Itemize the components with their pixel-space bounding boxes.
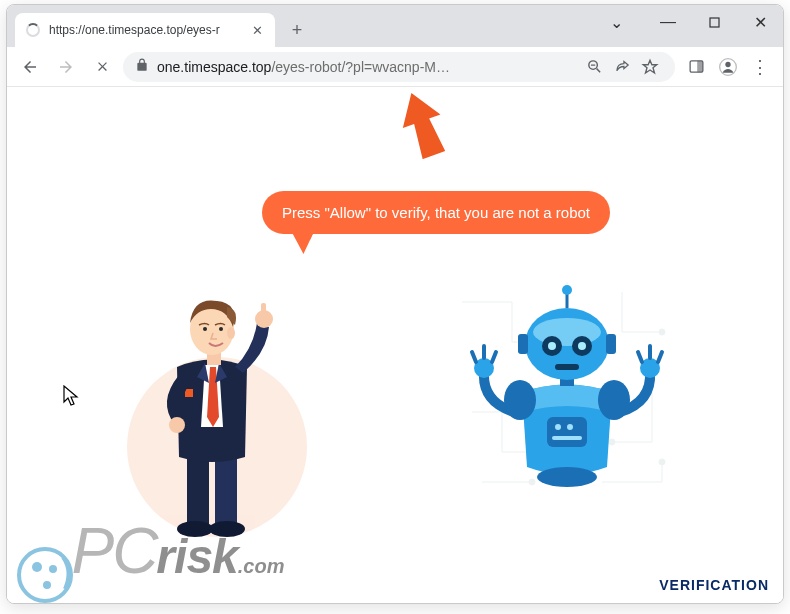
forward-button[interactable] xyxy=(51,52,81,82)
title-bar: https://one.timespace.top/eyes-r ✕ + ⌄ —… xyxy=(7,5,783,47)
tab-search-button[interactable]: ⌄ xyxy=(593,5,639,39)
svg-rect-48 xyxy=(555,364,579,370)
stop-icon xyxy=(95,59,110,74)
bookmark-button[interactable] xyxy=(637,54,663,80)
watermark-com: .com xyxy=(238,555,285,577)
profile-icon xyxy=(718,57,738,77)
svg-point-53 xyxy=(43,581,51,589)
svg-point-30 xyxy=(504,380,536,420)
back-button[interactable] xyxy=(15,52,45,82)
panel-icon xyxy=(688,58,705,75)
svg-rect-32 xyxy=(547,417,587,447)
svg-point-46 xyxy=(548,342,556,350)
maximize-button[interactable] xyxy=(691,5,737,39)
magnifier-icon xyxy=(586,58,603,75)
svg-rect-14 xyxy=(261,303,266,319)
svg-point-17 xyxy=(227,327,235,339)
toolbar: one.timespace.top/eyes-robot/?pl=wvacnp-… xyxy=(7,47,783,87)
svg-point-7 xyxy=(725,61,730,66)
omnibox-actions xyxy=(581,54,663,80)
svg-rect-0 xyxy=(710,18,719,27)
url-host: one.timespace.top xyxy=(157,59,271,75)
star-icon xyxy=(641,58,659,76)
svg-point-43 xyxy=(562,285,572,295)
verification-label: VERIFICATION xyxy=(659,577,769,593)
svg-point-19 xyxy=(219,327,223,331)
lock-icon xyxy=(135,58,149,75)
svg-rect-35 xyxy=(552,436,582,440)
side-panel-button[interactable] xyxy=(681,52,711,82)
url-text: one.timespace.top/eyes-robot/?pl=wvacnp-… xyxy=(157,59,450,75)
annotation-arrow-icon xyxy=(399,91,447,159)
loading-spinner-icon xyxy=(25,22,41,38)
back-arrow-icon xyxy=(21,58,39,76)
tab-close-button[interactable]: ✕ xyxy=(249,22,265,38)
svg-rect-40 xyxy=(518,334,528,354)
stop-reload-button[interactable] xyxy=(87,52,117,82)
watermark-logo-icon xyxy=(17,547,73,603)
svg-point-18 xyxy=(203,327,207,331)
profile-button[interactable] xyxy=(713,52,743,82)
minimize-button[interactable]: — xyxy=(645,5,691,39)
window-close-button[interactable]: ✕ xyxy=(737,5,783,39)
tab-title: https://one.timespace.top/eyes-r xyxy=(49,23,249,37)
svg-rect-5 xyxy=(697,61,703,72)
forward-arrow-icon xyxy=(57,58,75,76)
new-tab-button[interactable]: + xyxy=(283,16,311,44)
svg-point-10 xyxy=(177,521,213,537)
svg-point-11 xyxy=(209,521,245,537)
address-bar[interactable]: one.timespace.top/eyes-robot/?pl=wvacnp-… xyxy=(123,52,675,82)
svg-point-51 xyxy=(32,562,42,572)
window-controls: ⌄ — ✕ xyxy=(593,5,783,39)
svg-point-50 xyxy=(19,549,71,601)
svg-point-52 xyxy=(49,565,57,573)
svg-point-47 xyxy=(578,342,586,350)
robot-graphic xyxy=(452,272,682,512)
speech-bubble: Press "Allow" to verify, that you are no… xyxy=(262,191,610,234)
menu-button[interactable]: ⋮ xyxy=(745,52,775,82)
svg-point-20 xyxy=(169,417,185,433)
zoom-button[interactable] xyxy=(581,54,607,80)
bubble-text: Press "Allow" to verify, that you are no… xyxy=(282,204,590,221)
share-icon xyxy=(614,58,631,75)
svg-rect-12 xyxy=(185,389,193,397)
svg-line-2 xyxy=(596,69,600,73)
svg-rect-41 xyxy=(606,334,616,354)
svg-point-33 xyxy=(555,424,561,430)
svg-point-34 xyxy=(567,424,573,430)
watermark-risk: risk xyxy=(156,530,237,583)
active-tab[interactable]: https://one.timespace.top/eyes-r ✕ xyxy=(15,13,275,47)
url-path: /eyes-robot/?pl=wvacnp-M… xyxy=(271,59,450,75)
page-viewport: Press "Allow" to verify, that you are no… xyxy=(7,87,783,603)
mouse-cursor-icon xyxy=(63,385,79,407)
maximize-icon xyxy=(709,17,720,28)
share-button[interactable] xyxy=(609,54,635,80)
svg-point-49 xyxy=(537,467,597,487)
businessman-graphic xyxy=(127,257,307,537)
browser-window: https://one.timespace.top/eyes-r ✕ + ⌄ —… xyxy=(6,4,784,604)
svg-point-31 xyxy=(598,380,630,420)
